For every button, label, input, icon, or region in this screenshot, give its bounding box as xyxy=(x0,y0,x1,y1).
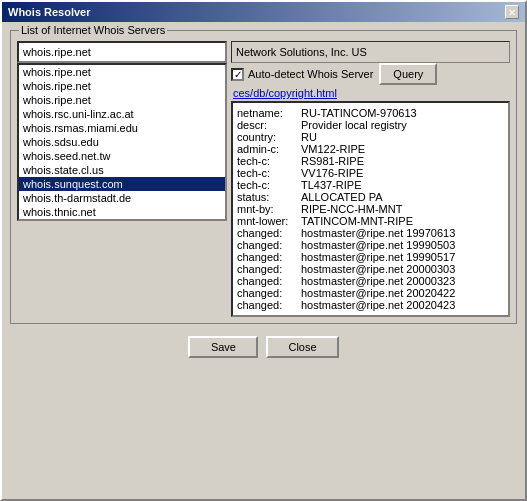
group-box-label: List of Internet Whois Servers xyxy=(19,24,167,36)
whois-result-area: netname:RU-TATINCOM-970613descr:Provider… xyxy=(231,101,510,317)
whois-server-dropdown[interactable]: whois.ripe.net whois.ripe.netwhois.ripe.… xyxy=(17,41,227,63)
text-line-value: RIPE-NCC-HM-MNT xyxy=(301,203,402,215)
text-line-label: admin-c: xyxy=(237,143,297,155)
text-line: tech-c:VV176-RIPE xyxy=(237,167,504,179)
text-line-value: hostmaster@ripe.net 20020423 xyxy=(301,299,455,311)
main-area: whois.ripe.netwhois.ripe.netwhois.ripe.n… xyxy=(17,63,510,317)
text-line-value: TATINCOM-MNT-RIPE xyxy=(301,215,413,227)
list-item[interactable]: whois.ripe.net xyxy=(19,93,225,107)
text-line: changed:hostmaster@ripe.net 20000323 xyxy=(237,275,504,287)
whois-resolver-window: Whois Resolver ✕ List of Internet Whois … xyxy=(0,0,527,501)
text-line-label: status: xyxy=(237,191,297,203)
text-line: mnt-lower:TATINCOM-MNT-RIPE xyxy=(237,215,504,227)
copyright-link[interactable]: ces/db/copyright.html xyxy=(233,87,337,99)
text-line-label: changed: xyxy=(237,287,297,299)
list-item[interactable]: whois.state.cl.us xyxy=(19,163,225,177)
auto-detect-row: ✓ Auto-detect Whois Server Query xyxy=(231,63,510,85)
text-line-value: Provider local registry xyxy=(301,119,407,131)
text-line-value: VM122-RIPE xyxy=(301,143,365,155)
text-line-label: mnt-by: xyxy=(237,203,297,215)
list-item[interactable]: whois.thnic.net xyxy=(19,205,225,219)
text-line: admin-c:VM122-RIPE xyxy=(237,143,504,155)
dropdown-container: whois.ripe.net whois.ripe.netwhois.ripe.… xyxy=(17,41,227,63)
text-line-label: tech-c: xyxy=(237,167,297,179)
list-item[interactable]: whois.tonic.to xyxy=(19,219,225,221)
text-line: changed:hostmaster@ripe.net 20000303 xyxy=(237,263,504,275)
text-line-label: descr: xyxy=(237,119,297,131)
list-item[interactable]: whois.sunquest.com xyxy=(19,177,225,191)
text-line-label: changed: xyxy=(237,299,297,311)
window-title: Whois Resolver xyxy=(8,6,91,18)
auto-detect-checkbox-label[interactable]: ✓ Auto-detect Whois Server xyxy=(231,68,373,81)
text-line-label: country: xyxy=(237,131,297,143)
list-item[interactable]: whois.rsmas.miami.edu xyxy=(19,121,225,135)
title-bar: Whois Resolver ✕ xyxy=(2,2,525,22)
servers-group-box: List of Internet Whois Servers whois.rip… xyxy=(10,30,517,324)
text-line-value: RU xyxy=(301,131,317,143)
text-line: changed:hostmaster@ripe.net 19970613 xyxy=(237,227,504,239)
text-line-label: tech-c: xyxy=(237,155,297,167)
text-line-value: TL437-RIPE xyxy=(301,179,362,191)
right-panel: ✓ Auto-detect Whois Server Query ces/db/… xyxy=(231,63,510,317)
top-section: whois.ripe.net whois.ripe.netwhois.ripe.… xyxy=(17,41,510,63)
text-line-label: changed: xyxy=(237,275,297,287)
text-line-label: changed: xyxy=(237,239,297,251)
close-button[interactable]: Close xyxy=(266,336,338,358)
query-button[interactable]: Query xyxy=(379,63,437,85)
save-button[interactable]: Save xyxy=(188,336,258,358)
text-line-label: changed: xyxy=(237,263,297,275)
text-line-value: RS981-RIPE xyxy=(301,155,364,167)
server-name-display: Network Solutions, Inc. US xyxy=(231,41,510,63)
auto-detect-label: Auto-detect Whois Server xyxy=(248,68,373,80)
text-line-label: mnt-lower: xyxy=(237,215,297,227)
list-scroll-area: whois.ripe.netwhois.ripe.netwhois.ripe.n… xyxy=(17,63,227,317)
text-line-label: changed: xyxy=(237,227,297,239)
text-line: descr:Provider local registry xyxy=(237,119,504,131)
list-item[interactable]: whois.rsc.uni-linz.ac.at xyxy=(19,107,225,121)
text-line: mnt-by:RIPE-NCC-HM-MNT xyxy=(237,203,504,215)
text-line: tech-c:TL437-RIPE xyxy=(237,179,504,191)
text-line-value: hostmaster@ripe.net 19970613 xyxy=(301,227,455,239)
text-line-label: tech-c: xyxy=(237,179,297,191)
text-line-value: VV176-RIPE xyxy=(301,167,363,179)
text-line: country:RU xyxy=(237,131,504,143)
close-window-button[interactable]: ✕ xyxy=(505,5,519,19)
text-line-label: changed: xyxy=(237,251,297,263)
server-list[interactable]: whois.ripe.netwhois.ripe.netwhois.ripe.n… xyxy=(17,63,227,221)
auto-detect-checkbox[interactable]: ✓ xyxy=(231,68,244,81)
list-item[interactable]: whois.seed.net.tw xyxy=(19,149,225,163)
text-line-value: hostmaster@ripe.net 20020422 xyxy=(301,287,455,299)
text-line: changed:hostmaster@ripe.net 20020423 xyxy=(237,299,504,311)
list-item[interactable]: whois.sdsu.edu xyxy=(19,135,225,149)
text-line: changed:hostmaster@ripe.net 19990503 xyxy=(237,239,504,251)
text-line: status:ALLOCATED PA xyxy=(237,191,504,203)
text-line-value: hostmaster@ripe.net 19990503 xyxy=(301,239,455,251)
list-item[interactable]: whois.th-darmstadt.de xyxy=(19,191,225,205)
text-line-value: ALLOCATED PA xyxy=(301,191,383,203)
checkmark: ✓ xyxy=(234,69,242,80)
text-line: changed:hostmaster@ripe.net 20020422 xyxy=(237,287,504,299)
text-line-value: hostmaster@ripe.net 20000303 xyxy=(301,263,455,275)
text-line-value: hostmaster@ripe.net 19990517 xyxy=(301,251,455,263)
list-item[interactable]: whois.ripe.net xyxy=(19,65,225,79)
text-line: changed:hostmaster@ripe.net 19990517 xyxy=(237,251,504,263)
list-item[interactable]: whois.ripe.net xyxy=(19,79,225,93)
text-line-value: RU-TATINCOM-970613 xyxy=(301,107,417,119)
main-content: List of Internet Whois Servers whois.rip… xyxy=(2,22,525,499)
text-line-value: hostmaster@ripe.net 20000323 xyxy=(301,275,455,287)
bottom-buttons: Save Close xyxy=(10,330,517,362)
text-line: netname:RU-TATINCOM-970613 xyxy=(237,107,504,119)
text-line-label: netname: xyxy=(237,107,297,119)
text-line: tech-c:RS981-RIPE xyxy=(237,155,504,167)
